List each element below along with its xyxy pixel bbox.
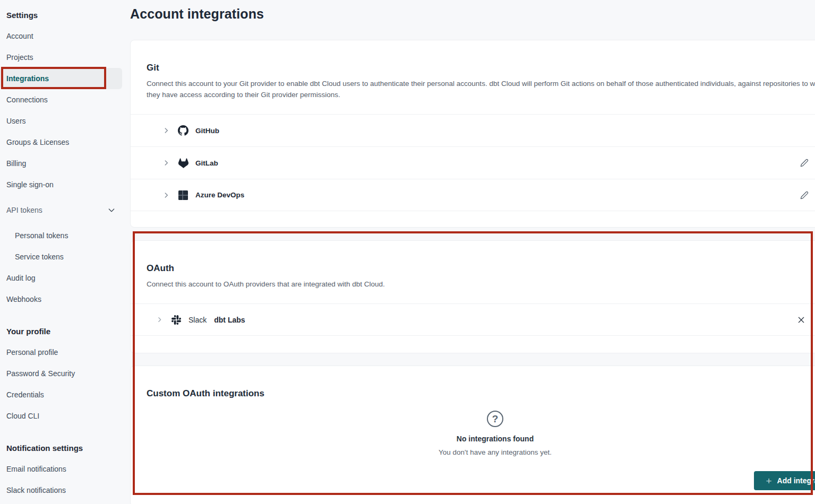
provider-name: Slack — [188, 316, 207, 324]
git-provider-row-github[interactable]: GitHub — [131, 114, 815, 146]
add-integration-button[interactable]: + Add integration — [754, 471, 815, 490]
sidebar-item-api-tokens[interactable]: API tokens — [0, 199, 122, 221]
pencil-icon — [800, 191, 809, 199]
sidebar-item-audit-log[interactable]: Audit log — [0, 267, 122, 289]
settings-sidebar: Settings Account Projects Integrations C… — [0, 0, 122, 501]
sidebar-item-credentials[interactable]: Credentials — [0, 384, 122, 405]
provider-name: Azure DevOps — [195, 191, 244, 199]
azure-devops-icon — [178, 190, 188, 200]
oauth-provider-row-slack[interactable]: Slack dbt Labs — [131, 303, 815, 336]
sidebar-header-settings: Settings — [0, 4, 122, 25]
sidebar-header-notification-settings: Notification settings — [0, 437, 122, 458]
sidebar-item-users[interactable]: Users — [0, 110, 122, 132]
empty-state-subtitle: You don't have any integrations yet. — [439, 448, 552, 456]
chevron-right-icon — [156, 316, 163, 323]
sidebar-item-groups-licenses[interactable]: Groups & Licenses — [0, 132, 122, 153]
page-title: Account integrations — [130, 6, 815, 22]
question-circle-icon: ? — [487, 411, 503, 427]
chevron-right-icon — [162, 192, 170, 199]
sidebar-item-personal-profile[interactable]: Personal profile — [0, 342, 122, 363]
provider-name: GitHub — [195, 127, 219, 135]
sidebar-item-single-sign-on[interactable]: Single sign-on — [0, 174, 122, 195]
oauth-section-description: Connect this account to OAuth providers … — [131, 274, 815, 290]
remove-button[interactable] — [797, 316, 805, 324]
slack-icon — [171, 315, 182, 325]
edit-button[interactable] — [800, 191, 809, 199]
sidebar-item-personal-tokens[interactable]: Personal tokens — [0, 225, 122, 246]
empty-state: ? No integrations found You don't have a… — [131, 411, 815, 456]
sidebar-item-connections[interactable]: Connections — [0, 89, 122, 110]
chevron-right-icon — [162, 127, 170, 134]
provider-name: GitLab — [195, 159, 218, 167]
custom-oauth-section-card: Custom OAuth integrations ? No integrati… — [130, 366, 815, 504]
git-section-card: Git Connect this account to your Git pro… — [130, 40, 815, 228]
sidebar-item-account[interactable]: Account — [0, 25, 122, 47]
sidebar-item-webhooks[interactable]: Webhooks — [0, 289, 122, 310]
gitlab-icon — [178, 158, 188, 168]
empty-state-title: No integrations found — [457, 435, 534, 443]
close-icon — [797, 316, 805, 324]
sidebar-item-cloud-cli[interactable]: Cloud CLI — [0, 405, 122, 427]
pencil-icon — [800, 159, 809, 167]
sidebar-item-projects[interactable]: Projects — [0, 47, 122, 68]
git-section-title: Git — [147, 63, 815, 73]
sidebar-item-password-security[interactable]: Password & Security — [0, 363, 122, 384]
sidebar-item-slack-notifications[interactable]: Slack notifications — [0, 480, 122, 501]
sidebar-item-email-notifications[interactable]: Email notifications — [0, 458, 122, 480]
chevron-right-icon — [162, 159, 170, 167]
git-section-description: Connect this account to your Git provide… — [131, 73, 815, 100]
chevron-down-icon — [107, 206, 116, 214]
sidebar-item-integrations[interactable]: Integrations — [0, 68, 122, 89]
sidebar-header-your-profile: Your profile — [0, 320, 122, 342]
git-provider-row-azure-devops[interactable]: Azure DevOps — [131, 179, 815, 211]
provider-org: dbt Labs — [214, 316, 245, 324]
main-content: Account integrations Git Connect this ac… — [122, 0, 815, 504]
sidebar-item-billing[interactable]: Billing — [0, 153, 122, 174]
sidebar-item-service-tokens[interactable]: Service tokens — [0, 246, 122, 267]
oauth-section-card: OAuth Connect this account to OAuth prov… — [130, 240, 815, 353]
oauth-section-title: OAuth — [147, 263, 815, 274]
edit-button[interactable] — [800, 159, 809, 167]
custom-oauth-section-title: Custom OAuth integrations — [147, 388, 815, 399]
plus-icon: + — [766, 476, 771, 486]
github-icon — [178, 125, 188, 136]
add-integration-label: Add integration — [777, 476, 815, 485]
git-provider-row-gitlab[interactable]: GitLab — [131, 146, 815, 179]
sidebar-item-label: API tokens — [6, 206, 42, 214]
